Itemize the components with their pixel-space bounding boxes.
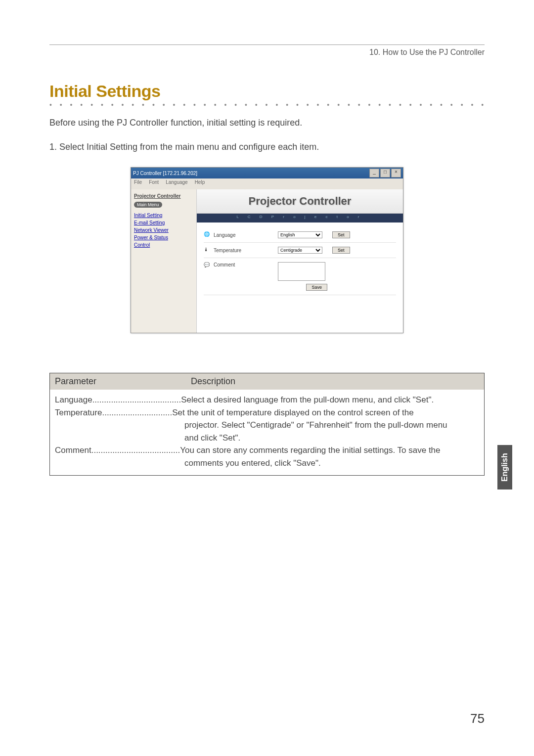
desc-temperature-cont1: projector. Select "Centigrade" or "Fahre… <box>55 419 479 432</box>
dots-fill: .............................. <box>102 406 172 419</box>
desc-comment-cont: comments you entered, click "Save". <box>55 457 479 470</box>
dots-fill: ...................................... <box>91 444 180 457</box>
window-title: PJ Controller [172.21.96.202] <box>133 171 197 176</box>
sidebar-item-power-status[interactable]: Power & Status <box>134 235 193 240</box>
language-label: Language <box>214 232 278 238</box>
comment-textarea[interactable] <box>278 262 325 281</box>
header-parameter: Parameter <box>50 373 186 390</box>
row-temperature: 🌡 Temperature Centigrade Set <box>204 243 396 258</box>
desc-temperature-cont2: and click "Set". <box>55 432 479 445</box>
header-rule <box>49 44 485 45</box>
menu-file[interactable]: File <box>134 179 142 188</box>
temperature-set-button[interactable]: Set <box>332 247 350 254</box>
menu-help[interactable]: Help <box>195 179 205 188</box>
title-dots: • • • • • • • • • • • • • • • • • • • • … <box>49 101 485 109</box>
sidebar-item-initial-setting[interactable]: Initial Setting <box>134 213 193 218</box>
window-titlebar: PJ Controller [172.21.96.202] _ □ × <box>131 168 403 178</box>
row-language: 🌐 Language English Set <box>204 227 396 243</box>
language-tab: English <box>497 445 512 489</box>
temperature-select[interactable]: Centigrade <box>278 247 322 254</box>
intro-text: Before using the PJ Controller function,… <box>49 118 485 128</box>
step-1: 1. Select Initial Setting from the main … <box>49 142 485 152</box>
comment-label: Comment <box>214 262 278 267</box>
row-temperature-desc: Temperature ............................… <box>55 406 479 419</box>
header-description: Description <box>186 373 484 390</box>
sidebar-item-email-setting[interactable]: E-mail Setting <box>134 220 193 225</box>
menubar: File Font Language Help <box>131 178 403 189</box>
temperature-label: Temperature <box>214 248 278 253</box>
parameter-table: Parameter Description Language .........… <box>49 373 485 476</box>
maximize-button[interactable]: □ <box>380 169 390 178</box>
row-comment: 💬 Comment Save <box>204 258 396 295</box>
lcd-bar: L C D P r o j e c t o r <box>197 214 403 222</box>
menu-language[interactable]: Language <box>166 179 188 188</box>
desc-temperature: Set the unit of temperature displayed on… <box>172 406 479 419</box>
dots-fill: ...................................... <box>92 394 181 406</box>
main-panel: Projector Controller L C D P r o j e c t… <box>197 189 403 333</box>
desc-comment: You can store any comments regarding the… <box>180 444 479 457</box>
row-comment-desc: Comment ................................… <box>55 444 479 457</box>
page-number: 75 <box>470 711 485 726</box>
comment-icon: 💬 <box>204 262 211 269</box>
main-menu-badge: Main Menu <box>134 202 162 208</box>
comment-save-button[interactable]: Save <box>306 284 327 291</box>
sidebar-item-network-viewer[interactable]: Network Viewer <box>134 227 193 233</box>
thermometer-icon: 🌡 <box>204 247 211 254</box>
breadcrumb: 10. How to Use the PJ Controller <box>49 48 485 57</box>
desc-language: Select a desired language from the pull-… <box>181 394 479 406</box>
minimize-button[interactable]: _ <box>369 169 379 178</box>
app-screenshot: PJ Controller [172.21.96.202] _ □ × File… <box>131 167 403 333</box>
sidebar-brand: Projector Controller <box>134 193 193 199</box>
table-header: Parameter Description <box>50 373 484 390</box>
sidebar: Projector Controller Main Menu Initial S… <box>131 189 197 333</box>
row-language-desc: Language ...............................… <box>55 394 479 406</box>
banner: Projector Controller <box>197 189 403 214</box>
menu-font[interactable]: Font <box>149 179 159 188</box>
table-body: Language ...............................… <box>50 390 484 475</box>
param-comment: Comment <box>55 444 91 457</box>
close-button[interactable]: × <box>391 169 401 178</box>
param-temperature: Temperature <box>55 406 102 419</box>
globe-icon: 🌐 <box>204 231 211 238</box>
language-set-button[interactable]: Set <box>332 231 350 238</box>
section-title: Initial Settings <box>49 82 160 100</box>
param-language: Language <box>55 394 92 406</box>
sidebar-item-control[interactable]: Control <box>134 242 193 248</box>
language-select[interactable]: English <box>278 231 322 238</box>
banner-title: Projector Controller <box>249 195 352 208</box>
